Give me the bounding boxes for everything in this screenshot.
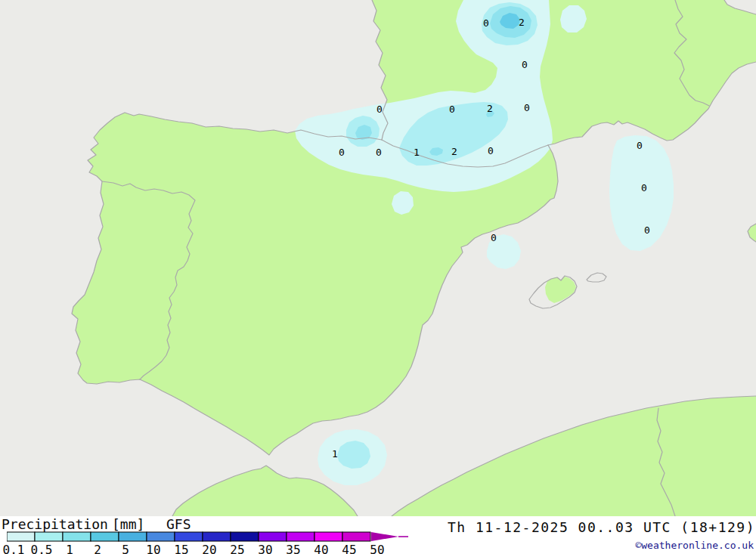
value-label: 0 <box>376 104 383 115</box>
scale-segment <box>119 532 147 541</box>
copyright-label[interactable]: ©weatheronline.co.uk <box>635 540 754 551</box>
scale-tick: 40 <box>308 543 335 554</box>
scale-tick: 50 <box>364 543 391 554</box>
scale-segment <box>91 532 119 541</box>
legend-title: Precipitation <box>2 518 108 530</box>
scale-tick: 5 <box>112 543 139 554</box>
scale-segment <box>7 532 35 541</box>
scale-tick: 25 <box>224 543 251 554</box>
scale-tick: 20 <box>196 543 223 554</box>
scale-tick: 15 <box>168 543 195 554</box>
value-label: 1 <box>414 147 420 158</box>
value-label: 2 <box>519 17 525 28</box>
value-label: 0 <box>524 102 530 113</box>
value-label: 0 <box>488 145 494 156</box>
value-label: 0 <box>637 140 643 151</box>
value-label: 0 <box>641 182 647 193</box>
valid-time-label: Th 11-12-2025 00..03 UTC (18+129) <box>448 519 755 535</box>
value-label: 0 <box>483 17 489 29</box>
legend-model: GFS <box>166 518 191 530</box>
value-label: 0 <box>644 224 650 236</box>
legend-footer: Precipitation [mm] GFS 0.1 0.5 1 2 5 <box>0 516 756 554</box>
scale-segment <box>287 532 314 541</box>
scale-segment <box>259 532 287 541</box>
value-label: 0 <box>522 59 528 70</box>
scale-segment <box>147 532 175 541</box>
scale-tick: 35 <box>280 543 307 554</box>
scale-tick: 30 <box>252 543 279 554</box>
scale-segment <box>175 532 203 541</box>
scale-segment <box>342 532 370 541</box>
scale-tick: 45 <box>336 543 363 554</box>
legend-unit: [mm] <box>112 518 144 530</box>
scale-tick: 2 <box>84 543 111 554</box>
scale-segment <box>314 532 342 541</box>
value-label: 0 <box>449 104 455 115</box>
precipitation-map: 0 2 0 0 0 2 0 0 0 1 2 0 0 0 0 0 1 <box>0 0 756 516</box>
scale-overflow-arrow <box>371 532 398 541</box>
value-label: 2 <box>487 103 493 114</box>
scale-segment <box>231 532 259 541</box>
weather-map-screenshot: 0 2 0 0 0 2 0 0 0 1 2 0 0 0 0 0 1 Precip… <box>0 0 756 554</box>
scale-segment <box>203 532 231 541</box>
value-label: 0 <box>491 232 497 243</box>
value-label: 1 <box>332 448 338 460</box>
scale-tick: 10 <box>140 543 167 554</box>
scale-segment <box>35 532 63 541</box>
scale-tick: 0.5 <box>28 543 55 554</box>
value-label: 2 <box>451 146 457 157</box>
value-label: 0 <box>376 147 382 158</box>
scale-tick: 1 <box>56 543 83 554</box>
color-scale-bar <box>7 531 415 543</box>
scale-tick: 0.1 <box>0 543 27 554</box>
scale-segment <box>63 532 91 541</box>
value-label: 0 <box>339 147 345 158</box>
